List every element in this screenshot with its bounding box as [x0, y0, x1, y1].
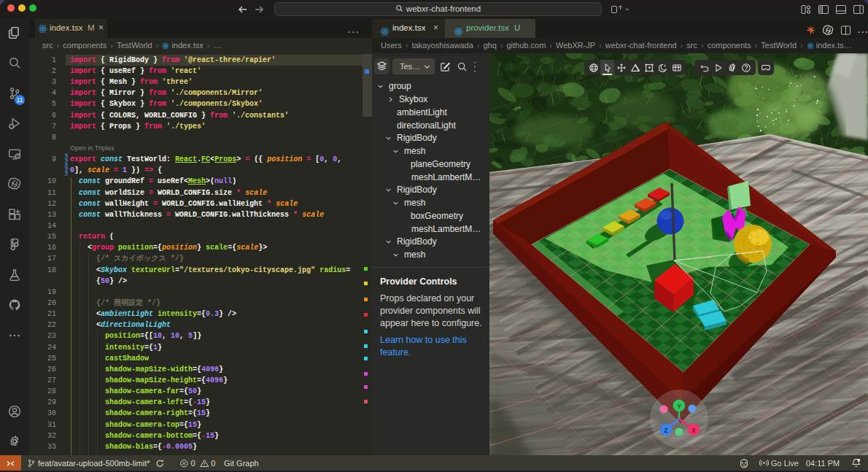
- svg-text:Y: Y: [677, 403, 681, 410]
- svg-text:Z: Z: [664, 427, 668, 434]
- svg-text:X: X: [691, 427, 696, 434]
